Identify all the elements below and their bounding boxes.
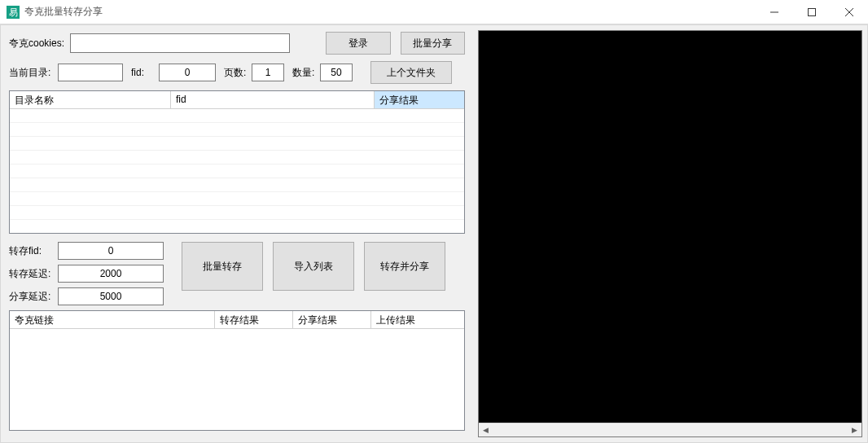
svg-rect-1 (809, 8, 816, 15)
titlebar: 夸克批量转存分享 (0, 0, 868, 24)
horizontal-scrollbar[interactable]: ◀ ▶ (479, 423, 861, 436)
count-input[interactable] (320, 64, 353, 81)
save-delay-input[interactable] (58, 265, 164, 283)
table-row[interactable] (10, 178, 464, 192)
minimize-button[interactable] (756, 0, 793, 24)
current-dir-input[interactable] (58, 64, 123, 81)
column-fid[interactable]: fid (171, 91, 375, 108)
import-list-button[interactable]: 导入列表 (273, 242, 354, 291)
window-controls (756, 0, 868, 24)
window-title: 夸克批量转存分享 (24, 5, 103, 19)
result-table[interactable]: 夸克链接 转存结果 分享结果 上传结果 (9, 310, 465, 431)
batch-save-button[interactable]: 批量转存 (182, 242, 263, 291)
column-upload-result[interactable]: 上传结果 (371, 311, 464, 328)
app-icon (7, 6, 20, 19)
save-fid-label: 转存fid: (9, 244, 58, 258)
column-dir-name[interactable]: 目录名称 (10, 91, 171, 108)
table-row[interactable] (10, 206, 464, 220)
page-input[interactable] (252, 64, 284, 81)
column-link[interactable]: 夸克链接 (10, 311, 215, 328)
left-panel: 夸克cookies: 登录 批量分享 当前目录: fid: 页数: 数量: 上个… (1, 25, 473, 442)
table-header: 目录名称 fid 分享结果 (10, 91, 464, 109)
share-delay-input[interactable] (58, 287, 164, 305)
preview-panel: ◀ ▶ (478, 30, 862, 437)
cookies-input[interactable] (70, 33, 290, 53)
table-header: 夸克链接 转存结果 分享结果 上传结果 (10, 311, 464, 329)
maximize-button[interactable] (793, 0, 831, 24)
current-dir-label: 当前目录: (9, 66, 58, 80)
parent-folder-button[interactable]: 上个文件夹 (370, 61, 452, 84)
page-label: 页数: (224, 66, 252, 80)
login-button[interactable]: 登录 (326, 32, 390, 55)
batch-share-button[interactable]: 批量分享 (401, 32, 465, 55)
fid-input[interactable] (159, 64, 216, 81)
column-share-result[interactable]: 分享结果 (375, 91, 464, 108)
count-label: 数量: (292, 66, 320, 80)
directory-table[interactable]: 目录名称 fid 分享结果 (9, 90, 465, 234)
share-delay-label: 分享延迟: (9, 290, 58, 304)
table-row[interactable] (10, 192, 464, 206)
client-area: 夸克cookies: 登录 批量分享 当前目录: fid: 页数: 数量: 上个… (0, 24, 868, 443)
table-row[interactable] (10, 151, 464, 164)
column-share-result-2[interactable]: 分享结果 (293, 311, 371, 328)
fid-label: fid: (131, 67, 159, 78)
close-button[interactable] (831, 0, 868, 24)
table-row[interactable] (10, 109, 464, 123)
save-and-share-button[interactable]: 转存并分享 (364, 242, 445, 291)
table-row[interactable] (10, 137, 464, 151)
cookies-label: 夸克cookies: (9, 37, 70, 50)
table-row[interactable] (10, 164, 464, 178)
table-row[interactable] (10, 123, 464, 137)
scroll-right-icon[interactable]: ▶ (848, 423, 861, 437)
column-save-result[interactable]: 转存结果 (215, 311, 293, 328)
save-delay-label: 转存延迟: (9, 267, 58, 281)
save-fid-input[interactable] (58, 242, 164, 260)
scroll-left-icon[interactable]: ◀ (479, 423, 493, 437)
